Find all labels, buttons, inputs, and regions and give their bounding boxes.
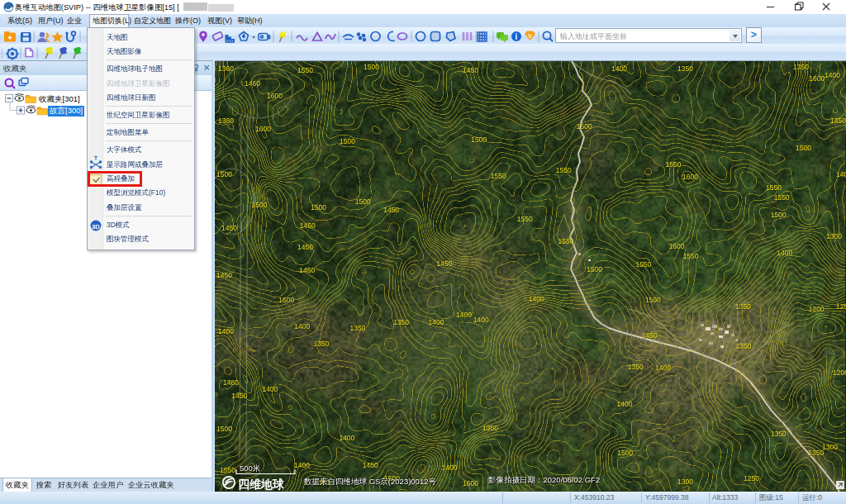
svg-text:i: i [516, 32, 518, 41]
svg-text:V: V [528, 32, 532, 40]
svg-text:3D: 3D [92, 223, 100, 231]
